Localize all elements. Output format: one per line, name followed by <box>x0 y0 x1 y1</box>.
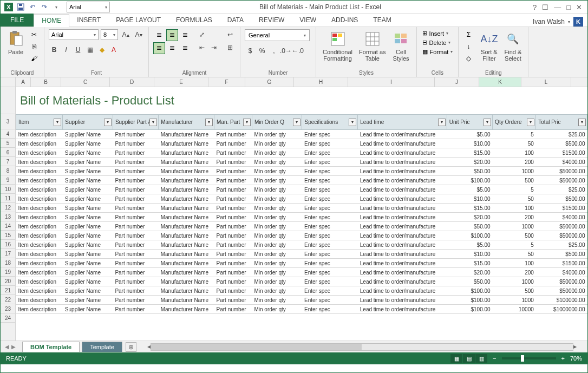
table-cell[interactable]: Item description <box>16 268 63 277</box>
user-area[interactable]: Ivan Walsh ▾ K <box>533 17 587 27</box>
tab-insert[interactable]: INSERT <box>69 14 108 27</box>
qat-customize-icon[interactable]: ▾ <box>51 2 61 12</box>
delete-cells-button[interactable]: ⊟Delete▾ <box>421 38 454 47</box>
table-cell[interactable]: Part number <box>214 277 252 286</box>
table-cell[interactable]: Enter spec <box>302 167 358 176</box>
table-cell[interactable]: Enter spec <box>302 296 358 305</box>
table-cell[interactable]: Lead time to order/manufacture <box>358 185 447 194</box>
table-cell[interactable]: Item description <box>16 305 63 314</box>
table-cell[interactable]: Item description <box>16 286 63 296</box>
table-cell[interactable]: 100 <box>493 204 536 213</box>
filter-arrow-icon[interactable]: ▾ <box>54 119 61 126</box>
sheet-tab-inactive[interactable]: Template <box>82 342 122 352</box>
table-cell[interactable]: Supplier Name <box>63 259 113 268</box>
table-cell[interactable]: Supplier Name <box>63 185 113 194</box>
table-cell[interactable]: Part number <box>214 176 252 185</box>
number-format-combo[interactable]: General▾ <box>245 29 310 41</box>
zoom-level[interactable]: 70% <box>570 355 582 362</box>
column-header[interactable]: A <box>16 77 31 87</box>
minimize-icon[interactable]: — <box>554 3 561 11</box>
table-cell[interactable]: $50000.00 <box>536 277 587 286</box>
table-cell[interactable]: Lead time to order/manufacture <box>358 250 447 259</box>
table-cell[interactable]: Item description <box>16 204 63 213</box>
table-cell[interactable]: Part number <box>113 231 158 240</box>
table-cell[interactable]: $1000000.00 <box>536 305 587 314</box>
table-cell[interactable]: $50.00 <box>447 277 492 286</box>
table-cell[interactable]: Lead time to order/manufacture <box>358 158 447 167</box>
row-header[interactable]: 21 <box>1 286 15 295</box>
row-header[interactable]: 12 <box>1 203 15 212</box>
filter-arrow-icon[interactable]: ▾ <box>349 119 356 126</box>
table-header[interactable]: Supplier Part #▾ <box>113 115 158 130</box>
filter-arrow-icon[interactable]: ▾ <box>293 119 300 126</box>
table-cell[interactable]: Part number <box>113 185 158 194</box>
scroll-right-icon[interactable]: ▶ <box>573 344 577 349</box>
table-cell[interactable]: Part number <box>214 194 252 204</box>
table-cell[interactable]: $15.00 <box>447 204 492 213</box>
column-header[interactable]: D <box>110 77 154 87</box>
help-icon[interactable]: ? <box>533 3 537 11</box>
table-cell[interactable]: Min order qty <box>252 296 302 305</box>
row-header[interactable]: 14 <box>1 221 15 231</box>
sheet-nav-next[interactable]: ▶ <box>11 344 16 350</box>
table-cell[interactable]: Lead time to order/manufacture <box>358 176 447 185</box>
autosum-button[interactable]: Σ <box>463 29 474 40</box>
table-cell[interactable]: $500.00 <box>536 194 587 204</box>
table-cell[interactable]: Enter spec <box>302 139 358 148</box>
zoom-out-button[interactable]: − <box>493 355 496 362</box>
tab-data[interactable]: DATA <box>220 14 251 27</box>
table-cell[interactable]: Part number <box>113 277 158 286</box>
copy-button[interactable]: ⎘ <box>29 41 40 52</box>
file-tab[interactable]: FILE <box>1 14 34 27</box>
table-cell[interactable]: 5 <box>493 185 536 194</box>
table-cell[interactable]: $500.00 <box>536 139 587 148</box>
sort-filter-button[interactable]: A↓Z Sort & Filter <box>478 29 500 63</box>
table-cell[interactable]: Enter spec <box>302 268 358 277</box>
table-cell[interactable]: Lead time to order/manufacture <box>358 167 447 176</box>
table-cell[interactable]: Manufacturer Name <box>159 286 214 296</box>
table-cell[interactable]: Min order qty <box>252 250 302 259</box>
table-cell[interactable]: $20.00 <box>447 268 492 277</box>
align-middle-button[interactable]: ≡ <box>166 29 178 41</box>
comma-button[interactable]: , <box>269 45 279 56</box>
row-header[interactable]: 6 <box>1 148 15 157</box>
filter-arrow-icon[interactable]: ▾ <box>484 119 491 126</box>
filter-arrow-icon[interactable]: ▾ <box>104 119 112 126</box>
table-cell[interactable]: $20.00 <box>447 158 492 167</box>
table-cell[interactable]: Part number <box>214 296 252 305</box>
row-header[interactable]: 11 <box>1 194 15 203</box>
table-cell[interactable]: Lead time to order/manufacture <box>358 130 447 139</box>
table-cell[interactable]: Manufacturer Name <box>159 250 214 259</box>
table-cell[interactable]: $10.00 <box>447 250 492 259</box>
currency-button[interactable]: $ <box>245 45 256 56</box>
table-cell[interactable]: Supplier Name <box>63 176 113 185</box>
table-cell[interactable]: Item description <box>16 176 63 185</box>
table-cell[interactable]: Part number <box>113 240 158 250</box>
table-cell[interactable]: Part number <box>113 250 158 259</box>
table-cell[interactable]: Min order qty <box>252 231 302 240</box>
table-cell[interactable]: Enter spec <box>302 213 358 222</box>
table-cell[interactable]: 50 <box>493 250 536 259</box>
font-name-combo[interactable]: Arial▾ <box>49 29 99 40</box>
table-cell[interactable]: Item description <box>16 250 63 259</box>
column-header[interactable]: K <box>479 77 521 87</box>
table-cell[interactable]: Enter spec <box>302 277 358 286</box>
row-header[interactable]: 16 <box>1 240 15 249</box>
table-cell[interactable]: Manufacturer Name <box>159 231 214 240</box>
table-cell[interactable]: 1000 <box>493 277 536 286</box>
table-cell[interactable]: Enter spec <box>302 222 358 231</box>
table-cell[interactable]: Part number <box>113 167 158 176</box>
table-cell[interactable]: Part number <box>113 268 158 277</box>
align-center-button[interactable]: ≡ <box>166 42 178 54</box>
table-cell[interactable]: Min order qty <box>252 158 302 167</box>
table-cell[interactable]: Supplier Name <box>63 231 113 240</box>
table-cell[interactable]: Min order qty <box>252 305 302 314</box>
column-header[interactable]: L <box>521 77 571 87</box>
table-cell[interactable]: Part number <box>214 167 252 176</box>
table-cell[interactable]: Supplier Name <box>63 277 113 286</box>
table-cell[interactable]: 1000 <box>493 222 536 231</box>
paste-button[interactable]: Paste <box>5 29 27 56</box>
table-cell[interactable]: Part number <box>214 231 252 240</box>
table-cell[interactable]: Manufacturer Name <box>159 268 214 277</box>
table-cell[interactable]: $4000.00 <box>536 158 587 167</box>
